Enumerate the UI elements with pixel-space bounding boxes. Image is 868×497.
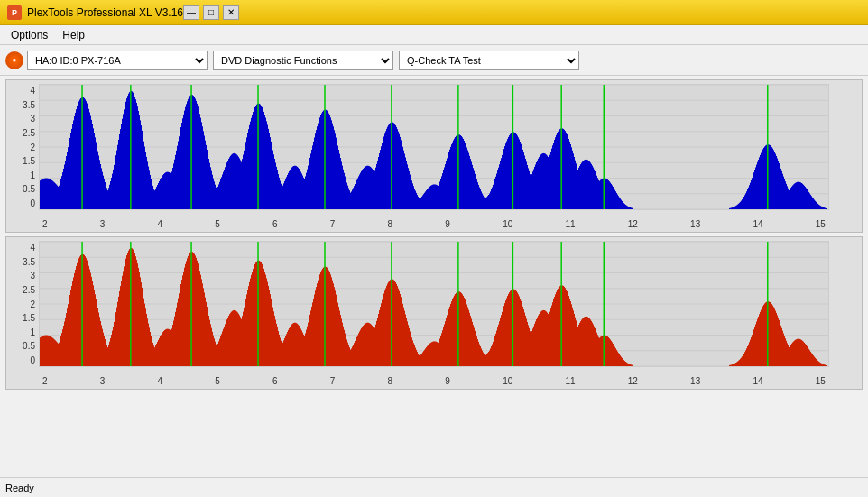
bottom-chart-x-axis: 2 3 4 5 6 7 8 9 10 11 12 13 14 15: [39, 374, 829, 389]
bottom-chart-y-axis: 4 3.5 3 2.5 2 1.5 1 0.5 0: [6, 241, 37, 367]
menu-help[interactable]: Help: [55, 27, 92, 43]
window-controls: — □ ✕: [183, 5, 239, 20]
statusbar: Ready: [0, 477, 868, 497]
bottom-chart: 4 3.5 3 2.5 2 1.5 1 0.5 0 2 3 4 5 6 7 8 …: [5, 236, 863, 390]
minimize-button[interactable]: —: [183, 5, 199, 20]
close-button[interactable]: ✕: [223, 5, 239, 20]
bottom-chart-area: [39, 241, 829, 367]
menu-options[interactable]: Options: [4, 27, 55, 43]
window-title: PlexTools Professional XL V3.16: [27, 6, 183, 19]
titlebar: P PlexTools Professional XL V3.16 — □ ✕: [0, 0, 868, 25]
main-content: 4 3.5 3 2.5 2 1.5 1 0.5 0 2 3 4 5 6 7 8 …: [0, 76, 868, 477]
toolbar: ● HA:0 ID:0 PX-716A DVD Diagnostic Funct…: [0, 45, 868, 76]
app-icon: P: [7, 5, 22, 20]
maximize-button[interactable]: □: [203, 5, 219, 20]
top-chart: 4 3.5 3 2.5 2 1.5 1 0.5 0 2 3 4 5 6 7 8 …: [5, 79, 863, 233]
device-selector: ● HA:0 ID:0 PX-716A: [5, 51, 208, 70]
status-text: Ready: [5, 483, 34, 493]
device-dropdown[interactable]: HA:0 ID:0 PX-716A: [27, 51, 208, 70]
test-dropdown[interactable]: Q-Check TA Test: [399, 51, 579, 70]
function-dropdown[interactable]: DVD Diagnostic Functions: [213, 51, 393, 70]
top-chart-x-axis: 2 3 4 5 6 7 8 9 10 11 12 13 14 15: [39, 217, 829, 232]
menubar: Options Help: [0, 25, 868, 45]
top-chart-y-axis: 4 3.5 3 2.5 2 1.5 1 0.5 0: [6, 84, 37, 210]
top-chart-area: [39, 84, 829, 210]
device-icon: ●: [5, 51, 23, 69]
